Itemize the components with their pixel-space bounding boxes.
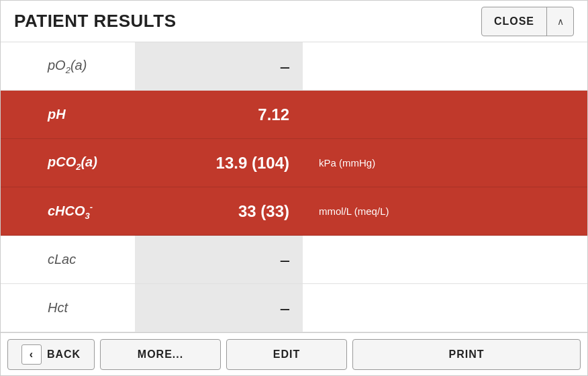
result-row: pH7.12: [1, 91, 587, 139]
print-button[interactable]: PRINT: [352, 339, 581, 370]
result-value: 13.9 (104): [135, 139, 303, 187]
print-button-label: PRINT: [449, 348, 485, 361]
more-button-label: MORE...: [138, 348, 183, 361]
result-label: pO2(a): [1, 58, 135, 75]
edit-button[interactable]: EDIT: [226, 339, 347, 370]
close-button[interactable]: CLOSE ∧: [481, 7, 574, 36]
footer-toolbar: ‹ BACK MORE... EDIT PRINT: [1, 332, 587, 375]
modal-header: PATIENT RESULTS CLOSE ∧: [1, 1, 587, 42]
result-unit: kPa (mmHg): [303, 157, 587, 169]
result-value: 7.12: [135, 91, 303, 138]
back-button-label: BACK: [47, 348, 81, 361]
patient-results-modal: PATIENT RESULTS CLOSE ∧ pO2(a)–pH7.12pCO…: [0, 0, 588, 376]
result-label: pH: [1, 107, 135, 122]
result-value: –: [135, 42, 303, 90]
result-value: 33 (33): [135, 187, 303, 235]
result-label: Hct: [1, 300, 135, 316]
close-button-label: CLOSE: [482, 15, 546, 28]
results-list: pO2(a)–pH7.12pCO2(a)13.9 (104)kPa (mmHg)…: [1, 42, 587, 332]
edit-button-label: EDIT: [273, 348, 300, 361]
result-row: pO2(a)–: [1, 42, 587, 91]
result-row: cHCO3-33 (33)mmol/L (meq/L): [1, 187, 587, 236]
page-title: PATIENT RESULTS: [14, 11, 177, 32]
result-row: cLac–: [1, 236, 587, 284]
result-label: cHCO3-: [1, 202, 135, 221]
result-label: cLac: [1, 252, 135, 267]
result-value: –: [135, 236, 303, 283]
result-label: pCO2(a): [1, 154, 135, 172]
result-value: –: [135, 284, 303, 332]
more-button[interactable]: MORE...: [100, 339, 221, 370]
close-arrow-icon: ∧: [546, 7, 573, 36]
result-row: pCO2(a)13.9 (104)kPa (mmHg): [1, 139, 587, 187]
result-unit: mmol/L (meq/L): [303, 205, 587, 217]
back-button[interactable]: ‹ BACK: [7, 339, 95, 370]
result-row: Hct–: [1, 284, 587, 332]
back-arrow-icon: ‹: [21, 344, 42, 365]
